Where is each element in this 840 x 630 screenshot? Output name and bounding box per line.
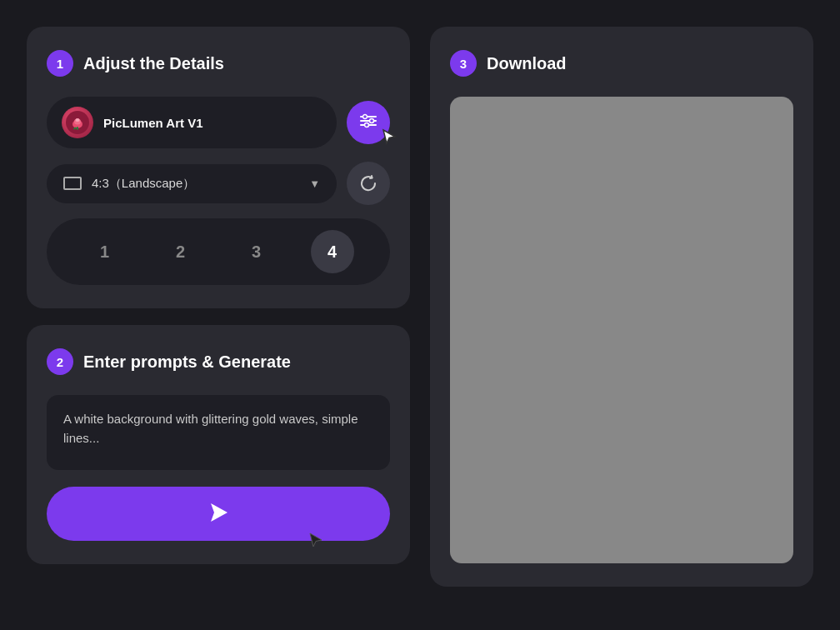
cursor-icon — [382, 128, 397, 151]
chevron-down-icon: ▼ — [309, 178, 320, 190]
adjust-details-card: 1 Adjust the Details — [27, 27, 410, 308]
model-name: PicLumen Art V1 — [103, 116, 202, 130]
step3-badge: 3 — [450, 50, 477, 77]
refresh-button[interactable] — [347, 162, 390, 205]
settings-button[interactable] — [347, 101, 390, 144]
count-option-2[interactable]: 2 — [159, 230, 202, 273]
count-option-4[interactable]: 4 — [311, 230, 354, 273]
generate-icon — [208, 502, 229, 526]
section1-header: 1 Adjust the Details — [47, 50, 390, 77]
prompt-card: 2 Enter prompts & Generate A white backg… — [27, 325, 410, 564]
right-panel: 3 Download — [430, 27, 813, 587]
model-selector[interactable]: PicLumen Art V1 — [47, 97, 337, 148]
aspect-label: 4:3（Landscape） — [92, 176, 299, 192]
svg-point-3 — [76, 118, 80, 122]
model-avatar-icon — [66, 111, 89, 134]
sliders-icon — [359, 112, 378, 130]
section2-title: Enter prompts & Generate — [83, 352, 291, 372]
section3-header: 3 Download — [450, 50, 793, 77]
download-card: 3 Download — [430, 27, 813, 587]
count-option-3[interactable]: 3 — [235, 230, 278, 273]
prompt-input[interactable]: A white background with glittering gold … — [47, 395, 390, 470]
step1-badge: 1 — [47, 50, 73, 77]
svg-marker-12 — [211, 503, 228, 522]
app-container: 1 Adjust the Details — [0, 0, 840, 630]
section1-title: Adjust the Details — [83, 54, 224, 73]
aspect-selector[interactable]: 4:3（Landscape） ▼ — [47, 164, 337, 203]
left-panel: 1 Adjust the Details — [27, 27, 410, 564]
svg-point-9 — [363, 114, 368, 118]
aspect-row: 4:3（Landscape） ▼ — [47, 162, 390, 205]
settings-icon — [359, 112, 378, 134]
aspect-ratio-icon — [63, 177, 82, 190]
refresh-icon — [359, 174, 378, 192]
count-selector: 1 2 3 4 — [47, 218, 390, 285]
step2-badge: 2 — [47, 348, 73, 375]
generate-cursor-icon — [308, 532, 323, 554]
generate-button[interactable] — [47, 487, 390, 541]
model-avatar — [62, 107, 93, 138]
svg-point-11 — [365, 122, 369, 127]
model-row: PicLumen Art V1 — [47, 97, 390, 148]
count-option-1[interactable]: 1 — [83, 230, 127, 273]
section3-title: Download — [487, 54, 567, 73]
image-preview — [450, 97, 793, 563]
svg-point-10 — [370, 118, 374, 122]
svg-rect-4 — [77, 127, 78, 130]
section2-header: 2 Enter prompts & Generate — [47, 348, 390, 375]
